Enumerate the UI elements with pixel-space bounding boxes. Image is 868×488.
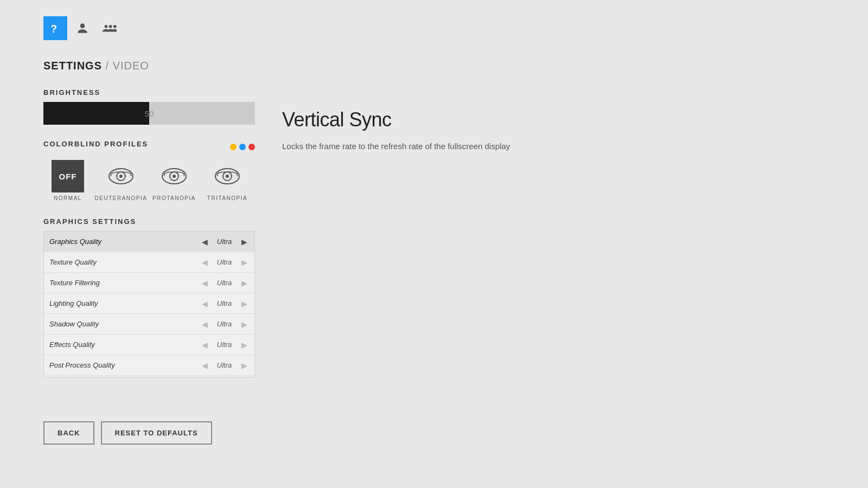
svg-point-1 [80, 23, 85, 28]
svg-text:?: ? [50, 23, 57, 35]
breadcrumb-current: VIDEO [113, 60, 149, 72]
colorblind-protanopia[interactable]: PROTANOPIA [150, 160, 199, 201]
right-panel: Vertical Sync Locks the frame rate to th… [282, 108, 553, 153]
svg-point-4 [113, 25, 117, 28]
graphics-row[interactable]: Texture Filtering◀Ultra▶ [44, 273, 254, 293]
arrow-left-icon[interactable]: ◀ [200, 278, 209, 288]
breadcrumb-separator: / [102, 60, 113, 72]
brightness-fill [43, 102, 149, 125]
arrow-left-icon[interactable]: ◀ [200, 340, 209, 350]
colorblind-normal-icon: OFF [52, 160, 84, 192]
arrow-left-icon[interactable]: ◀ [200, 299, 209, 309]
colorblind-tritanopia-label: TRITANOPIA [207, 195, 247, 201]
dot-yellow [230, 144, 237, 150]
profile-icon-button[interactable] [71, 16, 94, 40]
arrow-right-icon[interactable]: ▶ [239, 319, 249, 329]
brightness-track: 50 [43, 102, 255, 125]
right-panel-title: Vertical Sync [282, 108, 553, 131]
graphics-row-label: Lighting Quality [49, 299, 200, 307]
arrow-right-icon[interactable]: ▶ [239, 361, 249, 370]
quality-value: Ultra [209, 320, 239, 328]
colorblind-tritanopia-icon [211, 160, 244, 192]
graphics-row-label: Effects Quality [49, 341, 200, 349]
arrow-left-icon[interactable]: ◀ [200, 361, 209, 370]
quality-value: Ultra [209, 279, 239, 287]
colorblind-protanopia-label: PROTANOPIA [152, 195, 196, 201]
arrow-right-icon[interactable]: ▶ [239, 237, 249, 247]
svg-point-10 [173, 175, 176, 178]
colorblind-header: COLORBLIND PROFILES [43, 140, 255, 153]
arrow-right-icon[interactable]: ▶ [239, 278, 249, 288]
main-content: SETTINGS / VIDEO BRIGHTNESS 50 COLORBLIN… [43, 60, 315, 377]
colorblind-label: COLORBLIND PROFILES [43, 140, 148, 148]
arrow-right-icon[interactable]: ▶ [239, 340, 249, 350]
graphics-list[interactable]: Graphics Quality◀Ultra▶Texture Quality◀U… [43, 231, 255, 377]
brightness-value: 50 [145, 109, 154, 118]
quality-value: Ultra [209, 341, 239, 349]
graphics-section: GRAPHICS SETTINGS Graphics Quality◀Ultra… [43, 217, 255, 377]
colorblind-deuteranopia-label: DEUTERANOPIA [95, 195, 148, 201]
off-badge: OFF [52, 160, 84, 192]
top-bar: ? [43, 16, 122, 40]
colorblind-deuteranopia[interactable]: DEUTERANOPIA [97, 160, 145, 201]
breadcrumb: SETTINGS / VIDEO [43, 60, 315, 72]
group-icon-button[interactable] [98, 16, 122, 40]
quality-value: Ultra [209, 258, 239, 266]
right-panel-description: Locks the frame rate to the refresh rate… [282, 140, 553, 153]
brightness-section: BRIGHTNESS 50 [43, 88, 315, 125]
bottom-buttons: BACK RESET TO DEFAULTS [43, 421, 212, 445]
svg-point-13 [226, 175, 229, 178]
quality-value: Ultra [209, 237, 239, 246]
graphics-row[interactable]: Post Process Quality◀Ultra▶ [44, 355, 254, 376]
back-button[interactable]: BACK [43, 421, 94, 445]
quality-value: Ultra [209, 361, 239, 369]
arrow-left-icon[interactable]: ◀ [200, 237, 209, 247]
colorblind-section: COLORBLIND PROFILES OFF NORMAL [43, 140, 315, 201]
help-icon-button[interactable]: ? [43, 16, 67, 40]
svg-point-3 [109, 25, 112, 28]
graphics-row[interactable]: Shadow Quality◀Ultra▶ [44, 314, 254, 335]
arrow-right-icon[interactable]: ▶ [239, 299, 249, 309]
graphics-row[interactable]: Texture Quality◀Ultra▶ [44, 252, 254, 273]
graphics-row[interactable]: Lighting Quality◀Ultra▶ [44, 293, 254, 314]
graphics-row-label: Shadow Quality [49, 320, 200, 328]
svg-point-7 [119, 175, 123, 178]
reset-button[interactable]: RESET TO DEFAULTS [101, 421, 212, 445]
dot-blue [239, 144, 246, 150]
brightness-label: BRIGHTNESS [43, 88, 315, 97]
graphics-row-label: Texture Filtering [49, 279, 200, 287]
svg-point-2 [105, 25, 108, 28]
colorblind-options: OFF NORMAL DEUTERANOPIA [43, 160, 315, 201]
arrow-left-icon[interactable]: ◀ [200, 258, 209, 267]
arrow-left-icon[interactable]: ◀ [200, 319, 209, 329]
brightness-slider[interactable]: 50 [43, 102, 255, 125]
graphics-row[interactable]: Effects Quality◀Ultra▶ [44, 335, 254, 355]
graphics-row[interactable]: Mesh Quality◀Ultra▶ [44, 376, 254, 377]
graphics-row[interactable]: Graphics Quality◀Ultra▶ [44, 232, 254, 252]
breadcrumb-prefix: SETTINGS [43, 60, 102, 72]
graphics-row-label: Post Process Quality [49, 361, 200, 369]
colorblind-normal-label: NORMAL [54, 195, 82, 201]
quality-value: Ultra [209, 299, 239, 307]
colorblind-protanopia-icon [158, 160, 190, 192]
arrow-right-icon[interactable]: ▶ [239, 258, 249, 267]
colorblind-normal[interactable]: OFF NORMAL [43, 160, 92, 201]
colorblind-deuteranopia-icon [105, 160, 137, 192]
graphics-label: GRAPHICS SETTINGS [43, 217, 255, 226]
colorblind-dots [230, 144, 255, 150]
colorblind-tritanopia[interactable]: TRITANOPIA [203, 160, 252, 201]
graphics-row-label: Texture Quality [49, 258, 200, 266]
dot-red [248, 144, 255, 150]
graphics-row-label: Graphics Quality [49, 237, 200, 246]
